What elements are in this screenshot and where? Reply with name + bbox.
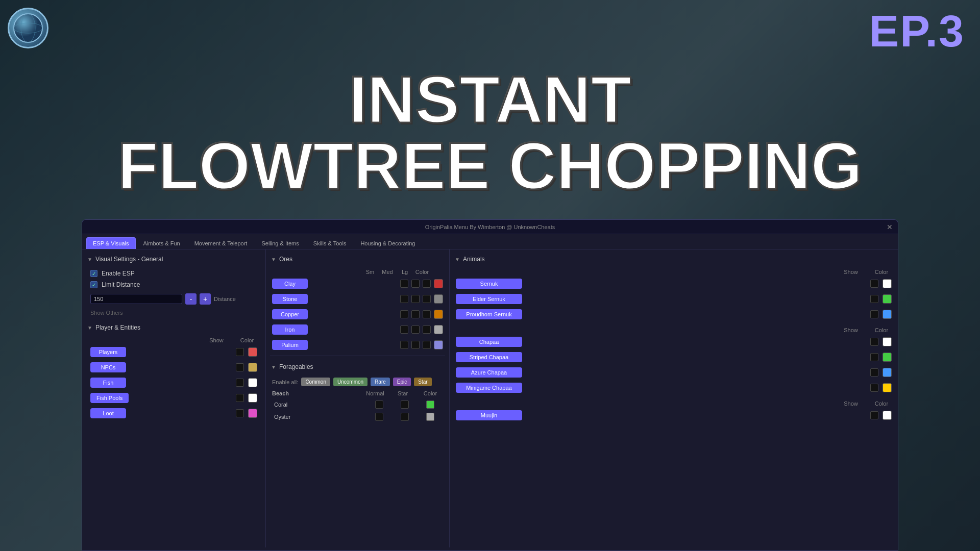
iron-lg-toggle[interactable] (423, 325, 431, 334)
proudhorn-sernuk-color-swatch[interactable] (883, 310, 892, 319)
stone-lg-toggle[interactable] (423, 295, 431, 303)
tab-skills[interactable]: Skills & Tools (307, 237, 353, 249)
oyster-normal-toggle[interactable] (375, 413, 383, 421)
entity-btn-loot[interactable]: Loot (90, 408, 126, 418)
animal-row-chapaa: Chapaa (454, 334, 894, 349)
enable-esp-checkbox[interactable] (90, 270, 97, 277)
proudhorn-sernuk-show-toggle[interactable] (870, 310, 878, 318)
entity-btn-players[interactable]: Players (90, 347, 126, 357)
fish-pools-color-swatch[interactable] (248, 393, 257, 403)
iron-sm-toggle[interactable] (400, 325, 408, 334)
coral-color-swatch[interactable] (426, 400, 434, 409)
clay-sm-toggle[interactable] (400, 280, 408, 288)
oyster-star-toggle[interactable] (401, 413, 409, 421)
animal-btn-proudhorn-sernuk[interactable]: Proudhorn Sernuk (456, 309, 522, 319)
animal-btn-sernuk[interactable]: Sernuk (456, 279, 522, 289)
panel-close-button[interactable]: ✕ (887, 223, 893, 231)
fish-show-toggle[interactable] (236, 379, 244, 387)
stone-sm-toggle[interactable] (400, 295, 408, 303)
stone-color-swatch[interactable] (434, 294, 443, 304)
copper-color-swatch[interactable] (434, 310, 443, 319)
coral-normal-toggle[interactable] (375, 400, 383, 409)
distance-minus-button[interactable]: - (185, 293, 197, 305)
rarity-epic-btn[interactable]: Epic (393, 378, 411, 386)
copper-med-toggle[interactable] (411, 310, 420, 318)
rarity-uncommon-btn[interactable]: Uncommon (333, 378, 368, 386)
palium-color-swatch[interactable] (434, 340, 443, 349)
ep3-label: EP.3 (869, 5, 965, 57)
animal-btn-azure-chapaa[interactable]: Azure Chapaa (456, 367, 522, 378)
entity-btn-fish[interactable]: Fish (90, 378, 126, 388)
oyster-color-swatch[interactable] (426, 413, 434, 421)
chapaa-color-swatch[interactable] (883, 337, 892, 346)
entity-btn-npcs[interactable]: NPCs (90, 362, 126, 372)
animals-header-row-2: Show Color (454, 326, 894, 334)
animal-btn-minigame-chapaa[interactable]: Minigame Chapaa (456, 383, 522, 393)
rarity-rare-btn[interactable]: Rare (371, 378, 390, 386)
enable-all-row: Enable all: Common Uncommon Rare Epic St… (270, 375, 445, 388)
enable-all-label: Enable all: (272, 379, 298, 385)
rarity-common-btn[interactable]: Common (301, 378, 330, 386)
loot-show-toggle[interactable] (236, 409, 244, 417)
distance-input[interactable]: 150 (90, 294, 182, 304)
elder-sernuk-color-swatch[interactable] (883, 294, 892, 304)
distance-plus-button[interactable]: + (200, 293, 211, 305)
ore-btn-iron[interactable]: Iron (272, 324, 308, 335)
coral-star-toggle[interactable] (401, 400, 409, 409)
muujin-color-swatch[interactable] (883, 411, 892, 420)
copper-lg-toggle[interactable] (423, 310, 431, 318)
ore-btn-stone[interactable]: Stone (272, 294, 308, 304)
npcs-color-swatch[interactable] (248, 363, 257, 372)
ore-row-iron: Iron (270, 322, 445, 337)
elder-sernuk-show-toggle[interactable] (870, 295, 878, 303)
sernuk-color-swatch[interactable] (883, 279, 892, 288)
npcs-show-toggle[interactable] (236, 363, 244, 371)
animal-btn-chapaa[interactable]: Chapaa (456, 337, 522, 347)
tab-selling[interactable]: Selling & Items (255, 237, 305, 249)
entities-header-row: Show Color (86, 336, 261, 344)
entity-row-players: Players (86, 344, 261, 360)
muujin-show-toggle[interactable] (870, 411, 878, 419)
section-entities-label: Player & Entities (95, 324, 140, 331)
iron-med-toggle[interactable] (411, 325, 420, 334)
ore-btn-palium[interactable]: Palium (272, 340, 308, 350)
striped-chapaa-show-toggle[interactable] (870, 353, 878, 361)
tab-aimbots[interactable]: Aimbots & Fun (137, 237, 187, 249)
players-show-toggle[interactable] (236, 348, 244, 356)
copper-sm-toggle[interactable] (400, 310, 408, 318)
panel-title-text: OriginPalia Menu By Wimberton @ UnknownC… (425, 224, 555, 230)
iron-color-swatch[interactable] (434, 325, 443, 334)
palium-sm-toggle[interactable] (400, 341, 408, 349)
entity-btn-fish-pools[interactable]: Fish Pools (90, 393, 129, 403)
sernuk-show-toggle[interactable] (870, 280, 878, 288)
stone-med-toggle[interactable] (411, 295, 420, 303)
palium-lg-toggle[interactable] (423, 341, 431, 349)
fish-pools-show-toggle[interactable] (236, 394, 244, 402)
minigame-chapaa-show-toggle[interactable] (870, 384, 878, 392)
tab-esp-visuals[interactable]: ESP & Visuals (86, 237, 136, 249)
minigame-chapaa-color-swatch[interactable] (883, 383, 892, 392)
players-color-swatch[interactable] (248, 347, 257, 357)
ore-btn-clay[interactable]: Clay (272, 279, 308, 289)
distance-label: Distance (214, 296, 236, 302)
palium-med-toggle[interactable] (411, 341, 420, 349)
chapaa-show-toggle[interactable] (870, 338, 878, 346)
forage-header-row: Beach Normal Star Color (270, 388, 445, 398)
animal-btn-striped-chapaa[interactable]: Striped Chapaa (456, 352, 522, 362)
clay-color-swatch[interactable] (434, 279, 443, 288)
fish-color-swatch[interactable] (248, 378, 257, 387)
azure-chapaa-show-toggle[interactable] (870, 368, 878, 377)
ore-btn-copper[interactable]: Copper (272, 309, 308, 319)
svg-point-0 (14, 14, 42, 42)
animal-btn-muujin[interactable]: Muujin (456, 410, 522, 420)
rarity-star-btn[interactable]: Star (414, 378, 431, 386)
loot-color-swatch[interactable] (248, 409, 257, 418)
animal-btn-elder-sernuk[interactable]: Elder Sernuk (456, 294, 522, 304)
tab-movement[interactable]: Movement & Teleport (188, 237, 254, 249)
tab-housing[interactable]: Housing & Decorating (354, 237, 422, 249)
azure-chapaa-color-swatch[interactable] (883, 368, 892, 377)
limit-distance-checkbox[interactable] (90, 281, 97, 288)
striped-chapaa-color-swatch[interactable] (883, 353, 892, 362)
clay-lg-toggle[interactable] (423, 280, 431, 288)
clay-med-toggle[interactable] (411, 280, 420, 288)
